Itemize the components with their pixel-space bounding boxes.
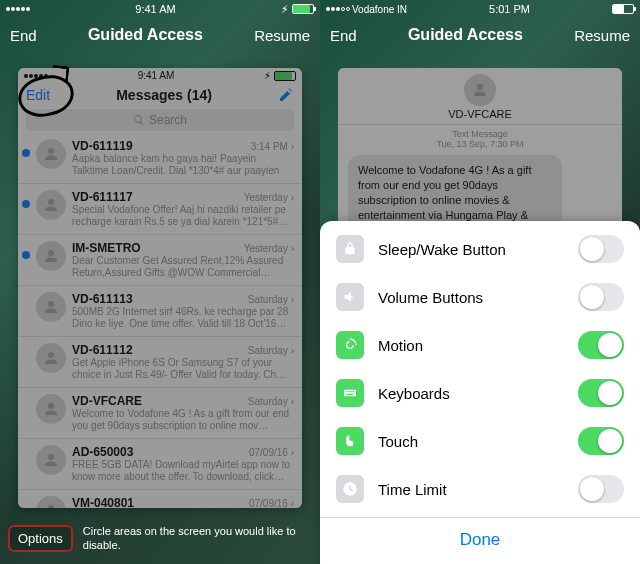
sender: VD-611119 bbox=[72, 139, 133, 153]
edit-button[interactable]: Edit bbox=[26, 87, 50, 103]
unread-dot bbox=[22, 200, 30, 208]
sender: VM-040801 bbox=[72, 496, 134, 508]
time: Saturday › bbox=[248, 294, 294, 305]
time: Saturday › bbox=[248, 345, 294, 356]
time: Saturday › bbox=[248, 396, 294, 407]
message-row[interactable]: AD-65000307/09/16 ›FREE 5GB DATA! Downlo… bbox=[18, 439, 302, 490]
preview: FREE 5GB DATA! Download myAirtel app now… bbox=[72, 459, 294, 483]
messages-title: Messages (14) bbox=[50, 87, 278, 103]
message-row[interactable]: VD-VFCARESaturday ›Welcome to Vodafone 4… bbox=[18, 388, 302, 439]
inner-status-bar: 9:41 AM ⚡︎ bbox=[18, 68, 302, 83]
lock-icon bbox=[336, 235, 364, 263]
avatar bbox=[36, 445, 66, 475]
sender: VD-611112 bbox=[72, 343, 133, 357]
preview: Dear Customer Get Assured Rent,12% Assur… bbox=[72, 255, 294, 279]
message-row[interactable]: VM-04080107/09/16 ›Book Train tkts with … bbox=[18, 490, 302, 508]
avatar bbox=[36, 292, 66, 322]
toggle-switch[interactable] bbox=[578, 475, 624, 503]
avatar bbox=[36, 190, 66, 220]
guided-access-header: End Guided Access Resume bbox=[320, 18, 640, 52]
unread-dot bbox=[22, 251, 30, 259]
option-row: Touch bbox=[320, 417, 640, 465]
right-phone: Vodafone IN 5:01 PM End Guided Access Re… bbox=[320, 0, 640, 564]
time: 07/09/16 › bbox=[249, 498, 294, 508]
toggle-switch[interactable] bbox=[578, 379, 624, 407]
status-bar: Vodafone IN 5:01 PM bbox=[320, 0, 640, 18]
sender: AD-650003 bbox=[72, 445, 133, 459]
option-label: Touch bbox=[378, 433, 564, 450]
left-phone: 9:41 AM ⚡︎ End Guided Access Resume 9:41… bbox=[0, 0, 320, 564]
option-label: Sleep/Wake Button bbox=[378, 241, 564, 258]
guided-access-header: End Guided Access Resume bbox=[0, 18, 320, 52]
contact-avatar bbox=[464, 74, 496, 106]
time: Yesterday › bbox=[244, 243, 294, 254]
ga-title: Guided Access bbox=[88, 26, 203, 44]
message-row[interactable]: VD-6111193:14 PM ›Aapka balance kam ho g… bbox=[18, 133, 302, 184]
done-button[interactable]: Done bbox=[320, 517, 640, 564]
time-icon bbox=[336, 475, 364, 503]
option-row: Keyboards bbox=[320, 369, 640, 417]
hint-text: Circle areas on the screen you would lik… bbox=[83, 524, 312, 553]
avatar bbox=[36, 139, 66, 169]
preview: 500MB 2G Internet sirf 46Rs. ke recharge… bbox=[72, 306, 294, 330]
preview: Get Apple iPhone 6S Or Samsung S7 of you… bbox=[72, 357, 294, 381]
volume-icon bbox=[336, 283, 364, 311]
options-sheet: Sleep/Wake ButtonVolume ButtonsMotionKey… bbox=[320, 221, 640, 564]
option-row: Motion bbox=[320, 321, 640, 369]
preview: Special Vodafone Offer! Aaj hi nazdiki r… bbox=[72, 204, 294, 228]
end-button[interactable]: End bbox=[330, 27, 357, 44]
option-label: Time Limit bbox=[378, 481, 564, 498]
option-row: Volume Buttons bbox=[320, 273, 640, 321]
touch-icon bbox=[336, 427, 364, 455]
message-row[interactable]: VD-611113Saturday ›500MB 2G Internet sir… bbox=[18, 286, 302, 337]
preview: Welcome to Vodafone 4G ! As a gift from … bbox=[72, 408, 294, 432]
options-button[interactable]: Options bbox=[8, 525, 73, 552]
status-time: 5:01 PM bbox=[489, 3, 530, 15]
time: 3:14 PM › bbox=[251, 141, 294, 152]
search-input[interactable]: Search bbox=[26, 109, 294, 131]
option-label: Keyboards bbox=[378, 385, 564, 402]
sender: VD-VFCARE bbox=[72, 394, 142, 408]
status-time: 9:41 AM bbox=[135, 3, 175, 15]
unread-dot bbox=[22, 149, 30, 157]
messages-app-preview: 9:41 AM ⚡︎ Edit Messages (14) Search VD-… bbox=[18, 68, 302, 508]
avatar bbox=[36, 241, 66, 271]
resume-button[interactable]: Resume bbox=[574, 27, 630, 44]
avatar bbox=[36, 394, 66, 424]
preview: Aapka balance kam ho gaya hai! Paayein T… bbox=[72, 153, 294, 177]
sender: VD-611117 bbox=[72, 190, 133, 204]
keyboard-icon bbox=[336, 379, 364, 407]
status-bar: 9:41 AM ⚡︎ bbox=[0, 0, 320, 18]
sender: IM-SMETRO bbox=[72, 241, 141, 255]
option-row: Time Limit bbox=[320, 465, 640, 513]
toggle-switch[interactable] bbox=[578, 235, 624, 263]
motion-icon bbox=[336, 331, 364, 359]
message-row[interactable]: VD-611112Saturday ›Get Apple iPhone 6S O… bbox=[18, 337, 302, 388]
message-row[interactable]: VD-611117Yesterday ›Special Vodafone Off… bbox=[18, 184, 302, 235]
end-button[interactable]: End bbox=[10, 27, 37, 44]
toggle-switch[interactable] bbox=[578, 427, 624, 455]
option-row: Sleep/Wake Button bbox=[320, 225, 640, 273]
time: 07/09/16 › bbox=[249, 447, 294, 458]
ga-title: Guided Access bbox=[408, 26, 523, 44]
toggle-switch[interactable] bbox=[578, 331, 624, 359]
time: Yesterday › bbox=[244, 192, 294, 203]
avatar bbox=[36, 496, 66, 508]
toggle-switch[interactable] bbox=[578, 283, 624, 311]
compose-icon[interactable] bbox=[278, 87, 294, 103]
contact-name: VD-VFCARE bbox=[448, 108, 512, 120]
message-row[interactable]: IM-SMETROYesterday ›Dear Customer Get As… bbox=[18, 235, 302, 286]
option-label: Volume Buttons bbox=[378, 289, 564, 306]
bottom-bar: Options Circle areas on the screen you w… bbox=[0, 512, 320, 564]
avatar bbox=[36, 343, 66, 373]
sender: VD-611113 bbox=[72, 292, 133, 306]
search-icon bbox=[133, 114, 145, 126]
resume-button[interactable]: Resume bbox=[254, 27, 310, 44]
option-label: Motion bbox=[378, 337, 564, 354]
